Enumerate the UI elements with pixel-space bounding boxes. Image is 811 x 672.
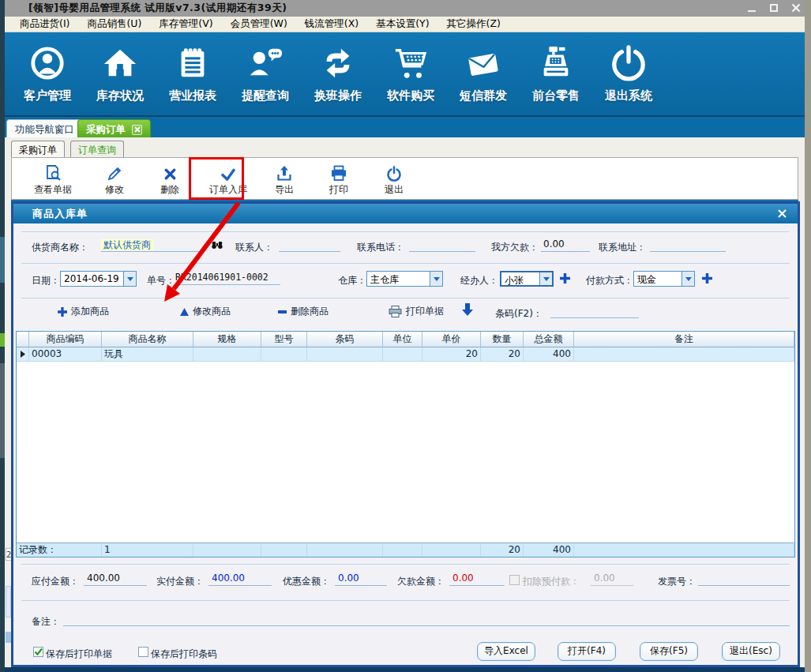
customer-management-button[interactable]: 客户管理 bbox=[11, 32, 84, 115]
open-button[interactable]: 打开(F4) bbox=[558, 642, 616, 661]
menu-item-settings[interactable]: 基本设置(Y) bbox=[367, 17, 437, 31]
software-purchase-button[interactable]: 软件购买 bbox=[374, 32, 447, 115]
date-combobox[interactable]: 2014-06-19 bbox=[60, 271, 137, 287]
tab-function-navigation[interactable]: 功能导航窗口 bbox=[6, 119, 83, 139]
column-header-barcode[interactable]: 条码 bbox=[307, 332, 383, 347]
minus-icon bbox=[278, 310, 287, 313]
cell-unit bbox=[383, 347, 422, 362]
modify-item-button[interactable]: 修改商品 bbox=[180, 305, 231, 318]
order-no-field[interactable]: RK2014061901-0002 bbox=[175, 272, 280, 285]
tab-close-icon[interactable] bbox=[132, 125, 142, 135]
remove-item-button[interactable]: 删除商品 bbox=[278, 305, 329, 318]
power-icon bbox=[369, 163, 419, 182]
house-icon bbox=[102, 45, 138, 84]
contact-label: 联系人： bbox=[235, 241, 273, 254]
cell-code: 00003 bbox=[29, 347, 102, 362]
customer-icon bbox=[29, 45, 66, 84]
remark-input[interactable] bbox=[63, 613, 790, 626]
barcode-input[interactable] bbox=[550, 305, 639, 318]
print-doc-after-save-checkbox[interactable] bbox=[33, 647, 43, 657]
save-button[interactable]: 保存(F5) bbox=[640, 642, 698, 661]
column-header-qty[interactable]: 数量 bbox=[481, 332, 524, 347]
menu-item-purchase[interactable]: 商品进货(I) bbox=[11, 17, 78, 31]
maximize-icon[interactable] bbox=[768, 2, 779, 13]
supplier-search-button[interactable] bbox=[212, 239, 223, 250]
chevron-down-icon[interactable] bbox=[681, 272, 694, 286]
payment-combobox[interactable]: 现金 bbox=[633, 271, 695, 287]
add-handler-button[interactable] bbox=[559, 272, 570, 283]
cell-model bbox=[261, 347, 307, 362]
chevron-down-icon[interactable] bbox=[539, 272, 552, 285]
column-header-model[interactable]: 型号 bbox=[261, 332, 307, 347]
notepad-icon bbox=[175, 45, 211, 84]
reminder-query-button[interactable]: 提醒查询 bbox=[229, 32, 302, 115]
supplier-name-field[interactable]: 默认供货商 bbox=[101, 238, 204, 252]
inventory-status-button[interactable]: 库存状况 bbox=[84, 32, 156, 115]
date-label: 日期： bbox=[32, 274, 60, 287]
deduct-prepay-checkbox bbox=[509, 575, 520, 585]
tab-purchase-order[interactable]: 采购订单 bbox=[77, 119, 151, 139]
export-button[interactable]: 导出 bbox=[259, 163, 310, 197]
column-header-unit[interactable]: 单位 bbox=[383, 332, 422, 347]
paid-field[interactable]: 400.00 bbox=[208, 573, 272, 586]
deduct-prepay-label: 扣除预付款： bbox=[523, 575, 580, 588]
column-header-spec[interactable]: 规格 bbox=[193, 332, 261, 347]
chevron-down-icon[interactable] bbox=[430, 272, 442, 286]
printer-icon bbox=[314, 163, 364, 182]
view-document-button[interactable]: 查看单据 bbox=[28, 163, 78, 197]
column-header-price[interactable]: 单价 bbox=[422, 332, 481, 347]
app-window: [领智]母婴用品管理系统 试用版v7.3(试用期还有39天) 商品进货(I) 商… bbox=[0, 0, 811, 672]
printer-icon bbox=[389, 306, 402, 317]
exit-dialog-button[interactable]: 退出(Esc) bbox=[722, 642, 780, 661]
shift-change-button[interactable]: 换班操作 bbox=[302, 32, 374, 115]
contact-address-field[interactable] bbox=[650, 238, 726, 252]
dialog-close-icon[interactable] bbox=[776, 208, 788, 220]
record-count-label: 记录数： bbox=[17, 542, 102, 557]
import-excel-button[interactable]: 导入Excel bbox=[477, 642, 535, 661]
background-fragment bbox=[6, 586, 11, 618]
menu-item-other[interactable]: 其它操作(Z) bbox=[438, 17, 509, 31]
menu-item-members[interactable]: 会员管理(W) bbox=[222, 17, 296, 31]
debt-field[interactable]: 0.00 bbox=[449, 573, 505, 586]
column-header-code[interactable]: 商品编码 bbox=[29, 332, 102, 347]
pos-retail-button[interactable]: 前台零售 bbox=[520, 32, 592, 115]
invoice-no-field[interactable] bbox=[698, 573, 790, 586]
exit-system-button[interactable]: 退出系统 bbox=[592, 32, 665, 115]
plus-icon bbox=[702, 273, 712, 283]
add-item-button[interactable]: 添加商品 bbox=[58, 305, 109, 318]
goods-receipt-dialog: 商品入库单 供货商名称： 默认供货商 联系人： 联系电话： 我方欠款： 0.00… bbox=[11, 201, 800, 667]
sync-arrows-icon bbox=[320, 45, 356, 84]
add-payment-method-button[interactable] bbox=[701, 272, 712, 283]
contact-field[interactable] bbox=[279, 238, 340, 252]
contact-address-label: 联系地址： bbox=[599, 241, 646, 254]
qty-total: 20 bbox=[481, 542, 524, 557]
annotation-highlight-box bbox=[189, 157, 244, 200]
window-right-border bbox=[805, 0, 811, 672]
print-receipt-button[interactable]: 打印单据 bbox=[389, 305, 444, 318]
exit-button[interactable]: 退出 bbox=[369, 163, 419, 197]
plus-icon bbox=[58, 307, 67, 317]
menu-item-cashflow[interactable]: 钱流管理(X) bbox=[296, 17, 367, 31]
business-report-button[interactable]: 营业报表 bbox=[156, 32, 229, 115]
print-barcode-after-save-checkbox[interactable] bbox=[138, 647, 148, 657]
delete-button[interactable]: 删除 bbox=[145, 163, 195, 197]
cell-note bbox=[574, 347, 794, 362]
menu-bar: 商品进货(I) 商品销售(U) 库存管理(V) 会员管理(W) 钱流管理(X) … bbox=[5, 17, 805, 32]
print-button[interactable]: 打印 bbox=[314, 163, 364, 197]
handler-combobox[interactable]: 小张 bbox=[500, 271, 554, 287]
minimize-icon[interactable] bbox=[745, 2, 757, 13]
menu-item-inventory[interactable]: 库存管理(V) bbox=[150, 17, 221, 31]
chevron-down-icon[interactable] bbox=[123, 272, 136, 286]
column-header-note[interactable]: 备注 bbox=[574, 332, 794, 347]
scroll-down-button[interactable] bbox=[462, 304, 473, 315]
column-header-amount[interactable]: 总金额 bbox=[524, 332, 574, 347]
column-header-name[interactable]: 商品名称 bbox=[102, 332, 193, 347]
modify-button[interactable]: 修改 bbox=[89, 163, 140, 197]
contact-phone-field[interactable] bbox=[409, 238, 475, 252]
menu-item-sales[interactable]: 商品销售(U) bbox=[78, 17, 150, 31]
warehouse-combobox[interactable]: 主仓库 bbox=[366, 271, 443, 287]
sms-broadcast-button[interactable]: 短信群发 bbox=[447, 32, 520, 115]
discount-field[interactable]: 0.00 bbox=[335, 573, 387, 586]
window-titlebar: [领智]母婴用品管理系统 试用版v7.3(试用期还有39天) bbox=[5, 0, 811, 17]
close-icon[interactable] bbox=[790, 2, 802, 13]
